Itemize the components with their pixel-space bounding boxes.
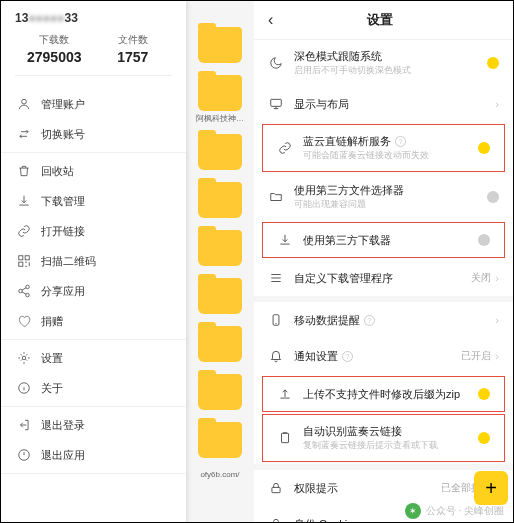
setting-lanlink[interactable]: 蓝云直链解析服务?可能会随蓝奏云链接改动而失效 xyxy=(262,124,505,172)
setting-sub: 启用后不可手动切换深色模式 xyxy=(294,65,487,77)
folder-icon[interactable] xyxy=(198,326,242,362)
menu-label: 分享应用 xyxy=(41,284,85,299)
clip-icon xyxy=(277,431,293,445)
wechat-icon: ✶ xyxy=(405,503,421,519)
data-icon xyxy=(268,313,284,327)
menu-label: 扫描二维码 xyxy=(41,254,96,269)
setting-title: 上传不支持文件时修改后缀为zip xyxy=(303,387,478,402)
menu-logout[interactable]: 退出登录 xyxy=(1,410,186,440)
qr-icon xyxy=(17,254,31,268)
folder-icon[interactable] xyxy=(198,27,242,63)
setting-zip[interactable]: 上传不支持文件时修改后缀为zip xyxy=(262,376,505,412)
toggle[interactable] xyxy=(478,388,490,400)
toggle[interactable] xyxy=(478,142,490,154)
menu-switch[interactable]: 切换账号 xyxy=(1,119,186,149)
chevron-right-icon: › xyxy=(495,314,499,326)
person-icon xyxy=(268,517,284,522)
folder-icon[interactable] xyxy=(198,75,242,111)
help-icon[interactable]: ? xyxy=(342,351,353,362)
setting-title: 自定义下载管理程序 xyxy=(294,271,471,286)
setting-title: 权限提示 xyxy=(294,481,441,496)
setting-display[interactable]: 显示与布局› xyxy=(254,86,513,122)
svg-rect-2 xyxy=(25,256,29,260)
setting-tpfs[interactable]: 使用第三方文件选择器可能出现兼容问题 xyxy=(254,174,513,220)
menu-download[interactable]: 下载管理 xyxy=(1,186,186,216)
setting-title: 深色模式跟随系统 xyxy=(294,49,487,64)
folder-icon[interactable] xyxy=(198,230,242,266)
menu-label: 打开链接 xyxy=(41,224,85,239)
stat-files: 文件数 1757 xyxy=(94,33,173,65)
folder-label: 阿枫科技神… xyxy=(186,113,254,124)
heart-icon xyxy=(17,314,31,328)
menu-label: 退出登录 xyxy=(41,418,85,433)
setting-auto[interactable]: 自动识别蓝奏云链接复制蓝奏云链接后提示查看或下载 xyxy=(262,414,505,462)
toggle[interactable] xyxy=(487,57,499,69)
setting-value: 关闭 xyxy=(471,271,491,285)
setting-sub: 复制蓝奏云链接后提示查看或下载 xyxy=(303,440,478,452)
menu-qr[interactable]: 扫描二维码 xyxy=(1,246,186,276)
menu-label: 回收站 xyxy=(41,164,74,179)
svg-point-5 xyxy=(19,289,23,293)
chevron-right-icon: › xyxy=(495,272,499,284)
switch-icon xyxy=(17,127,31,141)
setting-tpdl[interactable]: 使用第三方下载器 xyxy=(262,222,505,258)
setting-title: 蓝云直链解析服务? xyxy=(303,134,478,149)
domain-label: ofy6b.com/ xyxy=(186,470,254,479)
setting-mobile[interactable]: 移动数据提醒?› xyxy=(254,302,513,338)
setting-title: 通知设置? xyxy=(294,349,461,364)
toggle[interactable] xyxy=(478,234,490,246)
help-icon[interactable]: ? xyxy=(395,136,406,147)
menu-label: 退出应用 xyxy=(41,448,85,463)
folder-icon[interactable] xyxy=(198,422,242,458)
setting-value: 已开启 xyxy=(461,349,491,363)
svg-point-7 xyxy=(22,356,26,360)
setting-title: 显示与布局 xyxy=(294,97,495,112)
logout-icon xyxy=(17,418,31,432)
moon-icon xyxy=(268,56,284,70)
folder-icon[interactable] xyxy=(198,374,242,410)
link2-icon xyxy=(277,141,293,155)
user-icon xyxy=(17,97,31,111)
svg-rect-3 xyxy=(19,262,23,266)
bell-icon xyxy=(268,349,284,363)
menu-label: 关于 xyxy=(41,381,63,396)
stat-downloads: 下载数 2795003 xyxy=(15,33,94,65)
folder-icon[interactable] xyxy=(198,278,242,314)
menu-gear[interactable]: 设置 xyxy=(1,343,186,373)
menu-trash[interactable]: 回收站 xyxy=(1,156,186,186)
setting-sub: 可能会随蓝奏云链接改动而失效 xyxy=(303,150,478,162)
setting-notif[interactable]: 通知设置?已开启› xyxy=(254,338,513,374)
upload-icon xyxy=(277,387,293,401)
svg-point-6 xyxy=(26,293,30,297)
help-icon[interactable]: ? xyxy=(364,315,375,326)
gear-icon xyxy=(17,351,31,365)
svg-point-0 xyxy=(22,99,27,104)
setting-title: 使用第三方文件选择器 xyxy=(294,183,487,198)
link-icon xyxy=(17,224,31,238)
svg-point-14 xyxy=(274,519,279,522)
menu-user[interactable]: 管理账户 xyxy=(1,89,186,119)
trash-icon xyxy=(17,164,31,178)
dl2-icon xyxy=(277,233,293,247)
folder-icon[interactable] xyxy=(198,134,242,170)
toggle[interactable] xyxy=(478,432,490,444)
setting-title: 自动识别蓝奏云链接 xyxy=(303,424,478,439)
toggle[interactable] xyxy=(487,191,499,203)
menu-heart[interactable]: 捐赠 xyxy=(1,306,186,336)
setting-title: 移动数据提醒? xyxy=(294,313,495,328)
menu-link[interactable]: 打开链接 xyxy=(1,216,186,246)
list-icon xyxy=(268,271,284,285)
setting-dlorder[interactable]: 自定义下载管理程序关闭› xyxy=(254,260,513,296)
menu-exit[interactable]: 退出应用 xyxy=(1,440,186,470)
folder-icon xyxy=(268,190,284,204)
menu-info[interactable]: 关于 xyxy=(1,373,186,403)
setting-dark[interactable]: 深色模式跟随系统启用后不可手动切换深色模式 xyxy=(254,40,513,86)
download-icon xyxy=(17,194,31,208)
watermark: ✶ 公众号 · 尖峰创圈 xyxy=(405,503,504,519)
folder-icon[interactable] xyxy=(198,182,242,218)
menu-share[interactable]: 分享应用 xyxy=(1,276,186,306)
svg-rect-12 xyxy=(282,433,289,442)
chevron-right-icon: › xyxy=(495,350,499,362)
menu-label: 管理账户 xyxy=(41,97,85,112)
exit-icon xyxy=(17,448,31,462)
